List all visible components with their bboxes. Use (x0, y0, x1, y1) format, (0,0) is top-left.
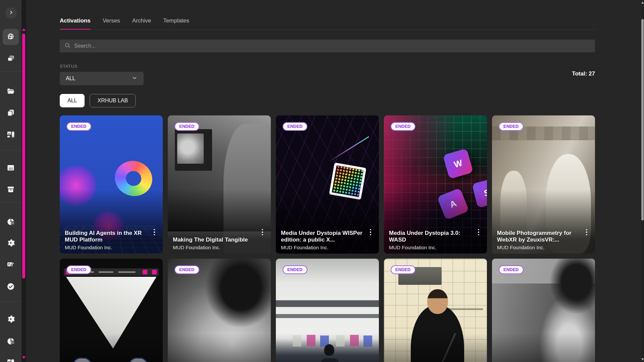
tab-templates[interactable]: Templates (163, 17, 189, 28)
filter-xrhub-lab-button[interactable]: XRHUB LAB (90, 94, 136, 107)
card-edit-icon (6, 260, 15, 269)
sidebar-item-verses[interactable] (3, 51, 19, 67)
card-org: MUD Foundation Inc. (65, 245, 148, 250)
card-text: Making The Digital Tangible MUD Foundati… (173, 237, 256, 250)
scroll-down-arrow-icon[interactable] (22, 356, 26, 359)
scroll-up-arrow-icon[interactable] (22, 28, 26, 31)
status-label: STATUS (60, 64, 77, 69)
sidebar-scrollbar-thumb[interactable] (22, 34, 25, 278)
activation-card[interactable]: ENDED Building AI Agents in the XR MUD P… (60, 115, 163, 254)
decor-hair (205, 259, 271, 328)
card-text: Building AI Agents in the XR MUD Platfor… (65, 230, 148, 250)
card-menu-button[interactable] (475, 227, 482, 237)
sidebar-item-card-edit[interactable] (3, 256, 19, 272)
pie-chart-icon (6, 337, 15, 346)
decor-shape (143, 270, 147, 274)
sidebar-item-media[interactable] (3, 126, 19, 143)
decor-shape (118, 271, 136, 273)
filter-all-button[interactable]: ALL (60, 94, 85, 107)
sidebar-item-analytics[interactable] (3, 214, 19, 230)
decor-wall-band (276, 314, 379, 318)
card-shade (168, 333, 271, 362)
top-tabs: Activations Verses Archive Templates (60, 17, 189, 28)
sidebar-expand-button[interactable] (5, 7, 17, 19)
activation-card[interactable]: ENDED Media Under Dystopia WISPer editio… (276, 115, 379, 254)
card-shade (492, 333, 595, 362)
sidebar-item-settings-2[interactable] (3, 311, 19, 327)
tab-label: Verses (103, 17, 120, 24)
card-text: Mobile Photogrammetry for WebXR by Zeuxi… (497, 230, 580, 250)
card-org: MUD Foundation Inc. (389, 245, 472, 250)
globe-search-icon (6, 33, 15, 41)
sidebar-item-explore[interactable] (3, 29, 19, 45)
activation-card[interactable]: ENDED (384, 259, 487, 362)
decor-face (427, 289, 448, 314)
sidebar-scrollbar[interactable] (21, 0, 26, 362)
status-badge: ENDED (391, 265, 415, 274)
status-badge: ENDED (499, 122, 524, 131)
search-icon (64, 42, 71, 50)
card-text: Media Under Dystopia 3.0: WASD MUD Found… (389, 230, 472, 250)
window-scrollbar[interactable] (641, 0, 644, 362)
activation-card[interactable]: ENDED (168, 259, 271, 362)
card-org: MUD Foundation Inc. (281, 245, 364, 250)
status-dropdown[interactable]: ALL (60, 72, 144, 85)
activation-card[interactable]: ENDED Mobile Photogrammetry for WebXR by… (492, 115, 595, 254)
decor-shelf (448, 308, 483, 310)
scroll-down-arrow-icon[interactable] (641, 358, 644, 361)
calendar-icon (6, 163, 15, 172)
search-input[interactable] (74, 43, 590, 49)
sidebar-item-projects[interactable] (3, 83, 19, 99)
gear-icon (6, 315, 15, 323)
activation-card[interactable]: ENDED (60, 259, 163, 362)
card-title: Mobile Photogrammetry for WebXR by Zeuxi… (497, 230, 580, 244)
window-scrollbar-thumb[interactable] (641, 19, 644, 220)
activation-card[interactable]: ENDED (276, 259, 379, 362)
scroll-up-arrow-icon[interactable] (641, 1, 644, 4)
sidebar-item-approvals[interactable] (3, 278, 19, 295)
card-shade (276, 333, 379, 362)
card-org: MUD Foundation Inc. (173, 245, 256, 250)
sidebar-item-archive[interactable] (3, 182, 19, 198)
pie-chart-icon (6, 217, 15, 226)
card-org: MUD Foundation Inc. (497, 245, 580, 250)
status-badge: ENDED (66, 122, 91, 131)
card-menu-button[interactable] (367, 227, 374, 237)
decor-shape (152, 270, 157, 274)
card-menu-button[interactable] (259, 227, 266, 237)
sidebar-item-calendar[interactable] (3, 160, 19, 176)
decor-keycap-w: W (443, 148, 474, 179)
card-shade (384, 333, 487, 362)
sidebar-item-collections[interactable] (3, 105, 19, 121)
sidebar-item-templates[interactable] (3, 354, 19, 362)
card-title: Media Under Dystopia 3.0: WASD (389, 230, 472, 244)
status-badge: ENDED (283, 265, 307, 274)
activation-card[interactable]: ENDED (492, 259, 595, 362)
decor-streak (329, 136, 369, 162)
sidebar-item-settings[interactable] (3, 235, 19, 251)
card-title: Media Under Dystopia WISPer edition: a p… (281, 230, 364, 244)
tab-archive[interactable]: Archive (132, 17, 151, 28)
decor-hair (550, 259, 595, 314)
tab-activations[interactable]: Activations (60, 17, 91, 28)
tab-verses[interactable]: Verses (103, 17, 120, 28)
image-phone-icon (6, 130, 15, 139)
card-menu-button[interactable] (151, 227, 158, 237)
card-shade (60, 333, 163, 362)
status-badge: ENDED (391, 122, 415, 131)
activation-card[interactable]: W A S ENDED Media Under Dystopia 3.0: WA… (384, 115, 487, 254)
archive-box-icon (6, 185, 15, 194)
lab-filter-group: ALL XRHUB LAB (60, 94, 136, 107)
decor-wall-band (276, 300, 379, 307)
stacked-cards-icon (6, 54, 15, 63)
sidebar-item-analytics-2[interactable] (3, 333, 19, 349)
status-badge: ENDED (499, 265, 524, 274)
check-circle-icon (6, 282, 15, 291)
tab-label: Archive (132, 17, 151, 24)
status-badge: ENDED (283, 122, 307, 131)
status-dropdown-value: ALL (66, 75, 75, 82)
card-menu-button[interactable] (583, 227, 590, 237)
gear-icon (6, 239, 15, 247)
total-count: Total: 27 (572, 70, 595, 77)
activation-card[interactable]: ENDED Making The Digital Tangible MUD Fo… (168, 115, 271, 254)
